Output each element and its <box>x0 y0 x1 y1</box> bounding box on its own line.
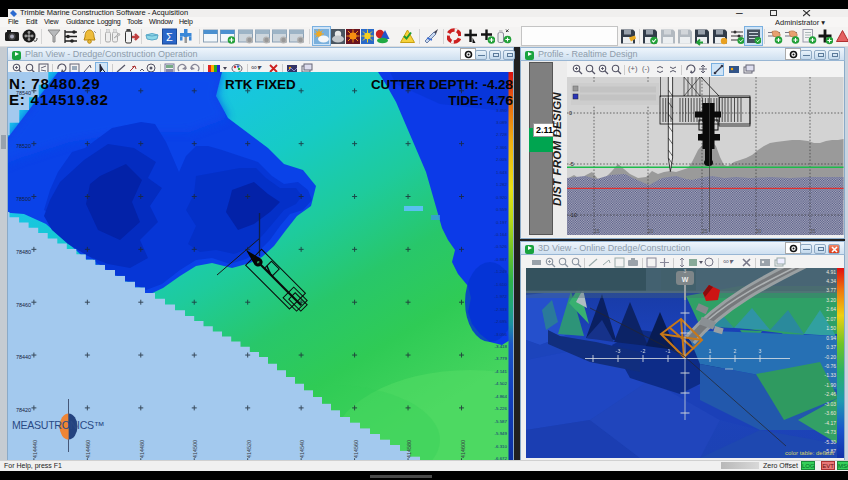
svg-text:-1.90: -1.90 <box>825 382 837 388</box>
svg-text:78440: 78440 <box>16 354 31 360</box>
svg-text:-3.056: -3.056 <box>495 332 508 337</box>
svg-text:25: 25 <box>702 228 708 234</box>
svg-text:0.197: 0.197 <box>496 220 508 225</box>
svg-text:-0.20: -0.20 <box>825 354 837 360</box>
svg-text:RTK FIXED: RTK FIXED <box>225 77 296 92</box>
svg-text:-5: -5 <box>569 161 574 167</box>
svg-text:2.728: 2.728 <box>496 132 508 137</box>
svg-text:-1.972: -1.972 <box>495 294 508 299</box>
svg-text:78480: 78480 <box>16 249 31 255</box>
svg-text:-5.30: -5.30 <box>825 439 837 445</box>
svg-text:3.089: 3.089 <box>496 120 508 125</box>
svg-text:2.64: 2.64 <box>826 306 836 312</box>
svg-text:-10: -10 <box>569 212 577 218</box>
svg-text:-6.310: -6.310 <box>495 444 508 449</box>
svg-text:-1.33: -1.33 <box>825 372 837 378</box>
svg-text:0.559: 0.559 <box>496 207 508 212</box>
svg-text:2: 2 <box>733 348 736 354</box>
svg-text:30: 30 <box>756 228 762 234</box>
svg-text:-5.949: -5.949 <box>495 431 508 436</box>
svg-text:1.643: 1.643 <box>496 170 508 175</box>
svg-text:-2.46: -2.46 <box>825 391 837 397</box>
svg-text:-3.60: -3.60 <box>825 410 837 416</box>
svg-text:-4.864: -4.864 <box>495 394 508 399</box>
svg-text:-4.17: -4.17 <box>825 420 837 426</box>
svg-text:-0.526: -0.526 <box>495 244 508 249</box>
svg-text:-0.887: -0.887 <box>495 257 508 262</box>
svg-text:E: 414519.82: E: 414519.82 <box>9 91 109 108</box>
svg-text:-2: -2 <box>641 348 646 354</box>
svg-text:-3.03: -3.03 <box>825 401 837 407</box>
svg-text:78460: 78460 <box>16 302 31 308</box>
svg-text:-2.333: -2.333 <box>495 307 508 312</box>
svg-text:-3: -3 <box>616 348 621 354</box>
svg-text:-3.418: -3.418 <box>495 344 508 349</box>
svg-text:414560: 414560 <box>353 440 359 458</box>
svg-text:-4.141: -4.141 <box>495 369 508 374</box>
svg-text:1.282: 1.282 <box>496 182 508 187</box>
svg-text:2.07: 2.07 <box>826 316 836 322</box>
svg-text:414500: 414500 <box>192 440 198 458</box>
svg-text:4.91: 4.91 <box>826 269 836 275</box>
svg-text:414460: 414460 <box>85 440 91 458</box>
svg-text:CUTTER DEPTH: -4.28: CUTTER DEPTH: -4.28 <box>371 77 513 92</box>
svg-text:414600: 414600 <box>460 440 466 458</box>
svg-text:0.94: 0.94 <box>826 335 836 341</box>
svg-text:78520: 78520 <box>16 143 31 149</box>
svg-text:-1.610: -1.610 <box>495 282 508 287</box>
svg-text:color table: default: color table: default <box>785 450 834 456</box>
svg-text:3.450: 3.450 <box>496 108 508 113</box>
svg-text:1: 1 <box>708 348 711 354</box>
svg-text:4.34: 4.34 <box>826 278 836 284</box>
svg-text:3.20: 3.20 <box>826 297 836 303</box>
svg-text:414480: 414480 <box>139 440 145 458</box>
svg-text:20: 20 <box>648 228 654 234</box>
svg-text:414520: 414520 <box>246 440 252 458</box>
svg-text:Σ: Σ <box>166 31 173 43</box>
svg-text:-1.249: -1.249 <box>495 269 508 274</box>
svg-text:-5.226: -5.226 <box>495 406 508 411</box>
svg-text:W: W <box>682 276 689 283</box>
svg-text:414440: 414440 <box>32 440 38 458</box>
svg-text:-2.695: -2.695 <box>495 319 508 324</box>
svg-text:-4.502: -4.502 <box>495 381 508 386</box>
svg-text:3: 3 <box>684 268 687 274</box>
svg-text:78500: 78500 <box>16 196 31 202</box>
svg-text:2.366: 2.366 <box>496 145 508 150</box>
svg-text:MEASUTRONICS™: MEASUTRONICS™ <box>12 419 104 431</box>
svg-text:-3.779: -3.779 <box>495 356 508 361</box>
svg-text:-4.73: -4.73 <box>825 429 837 435</box>
svg-text:3: 3 <box>758 348 761 354</box>
svg-text:N: 78480.29: N: 78480.29 <box>9 75 100 92</box>
svg-text:TIDE: 4.76: TIDE: 4.76 <box>448 93 513 108</box>
svg-text:-6.43: -6.43 <box>825 458 837 459</box>
svg-text:1.50: 1.50 <box>826 325 836 331</box>
svg-text:0.37: 0.37 <box>826 344 836 350</box>
svg-text:15: 15 <box>594 228 600 234</box>
svg-text:0.920: 0.920 <box>496 195 508 200</box>
svg-text:414540: 414540 <box>299 440 305 458</box>
svg-text:414580: 414580 <box>406 440 412 458</box>
svg-text:2.005: 2.005 <box>496 157 508 162</box>
svg-text:0: 0 <box>569 110 572 116</box>
svg-text:-0.76: -0.76 <box>825 363 837 369</box>
svg-text:-0.164: -0.164 <box>495 232 508 237</box>
svg-text:-5.587: -5.587 <box>495 419 508 424</box>
svg-text:35: 35 <box>810 228 816 234</box>
svg-text:3.77: 3.77 <box>826 287 836 293</box>
svg-text:78420: 78420 <box>16 407 31 413</box>
